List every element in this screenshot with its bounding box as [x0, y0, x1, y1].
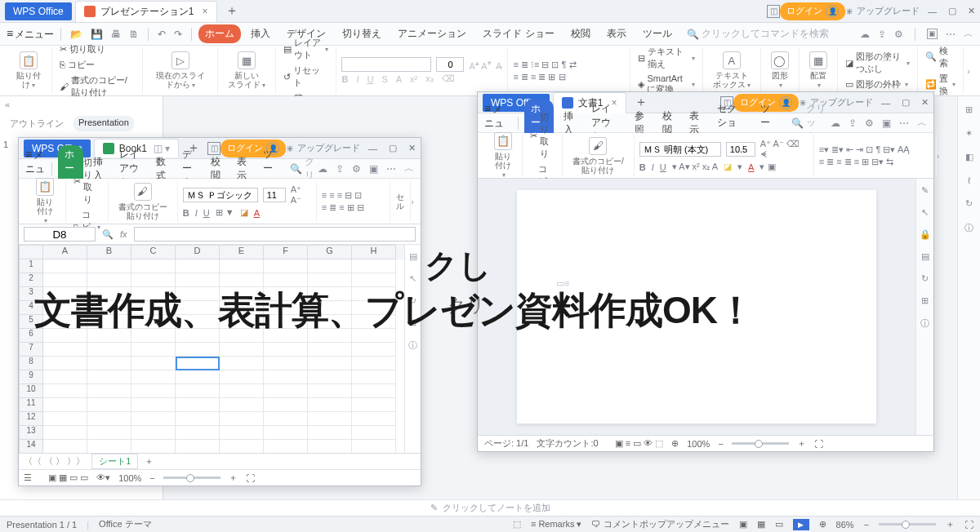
info-icon[interactable]: ⓘ — [964, 222, 973, 234]
cut-button[interactable]: ✂ 切り取り — [57, 42, 137, 56]
w-font[interactable] — [639, 142, 721, 157]
tab-insert[interactable]: 挿入 — [244, 24, 277, 43]
w-history-icon[interactable]: ↻ — [921, 273, 929, 284]
textbox-button[interactable]: Aテキスト ボックス — [708, 51, 755, 90]
objects-icon[interactable]: ◧ — [965, 152, 973, 162]
view-sorter-icon[interactable]: ▦ — [757, 519, 765, 530]
w-font-size[interactable] — [726, 142, 755, 157]
layout-button[interactable]: ▤ レイアウト — [281, 36, 331, 62]
open-icon[interactable]: 📂 — [68, 29, 85, 40]
properties-icon[interactable]: ⊞ — [965, 104, 973, 115]
zoom-out[interactable]: − — [864, 520, 869, 530]
redo-icon[interactable]: ↷ — [172, 29, 185, 40]
new-tab-button[interactable]: ＋ — [225, 2, 238, 20]
document-page[interactable]: ▭≡ — [517, 190, 876, 423]
sheet-tab[interactable]: シート1 — [91, 454, 138, 469]
save-icon[interactable]: 💾 — [88, 29, 105, 40]
name-box[interactable] — [24, 227, 96, 242]
upgrade-button[interactable]: ⛯ アップグレード — [845, 5, 920, 17]
w-select-icon[interactable]: ↖ — [921, 207, 929, 218]
w-nav-icon[interactable]: ▤ — [921, 251, 929, 262]
w-paste[interactable]: 📋貼り付け — [489, 132, 517, 180]
view-reading-icon[interactable]: ▭ — [775, 519, 783, 530]
font-family-input[interactable] — [341, 57, 431, 72]
ss-font[interactable] — [183, 188, 258, 202]
ss-format-painter[interactable]: 🖌書式のコピー 貼り付け — [114, 183, 172, 220]
tab-close-icon[interactable]: × — [202, 6, 207, 17]
more-icon[interactable]: ⋯ — [946, 29, 956, 40]
zoom-in[interactable]: ＋ — [946, 518, 955, 530]
shape-outline-button[interactable]: ▭ 図形の外枠 — [843, 78, 912, 91]
text-align-button[interactable]: ⊟ テキスト揃え — [635, 45, 697, 71]
settings-icon[interactable]: ⚙ — [894, 29, 903, 40]
command-search[interactable]: 🔍 クリックしてコマンドを検索 — [687, 27, 829, 41]
w-pen-icon[interactable]: ✎ — [921, 185, 929, 196]
menu-button[interactable]: メニュー — [7, 27, 54, 42]
shape-fill-button[interactable]: ◪ 図形の塗りつぶし — [843, 50, 912, 76]
maximize-button[interactable]: ▢ — [948, 6, 956, 16]
ss-font-size[interactable] — [263, 188, 286, 202]
format-painter-button[interactable]: 🖌 書式のコピー/貼り付け — [57, 73, 137, 100]
print-icon[interactable]: 🖶 — [109, 29, 123, 40]
arrange-button[interactable]: ▦配置 — [804, 51, 832, 90]
share-icon[interactable]: ⇪ — [878, 29, 886, 40]
selection-icon[interactable]: ⬚ — [513, 519, 521, 530]
slide-thumb-number: 1 — [3, 140, 8, 149]
copy-button[interactable]: ⎘ コピー — [57, 58, 137, 72]
screen-icon[interactable]: ◫ — [767, 5, 780, 18]
paste-button[interactable]: 📋貼り付け — [11, 51, 47, 90]
fx-icon[interactable]: fx — [120, 229, 127, 239]
ss-close[interactable]: ✕ — [408, 143, 416, 153]
tab-slideshow[interactable]: スライド ショー — [476, 24, 560, 43]
remarks-toggle[interactable]: ≡ Remarks ▾ — [531, 519, 582, 530]
history-icon[interactable]: ↻ — [965, 198, 973, 209]
tab-home[interactable]: ホーム — [198, 24, 241, 43]
tab-transition[interactable]: 切り替え — [336, 24, 388, 43]
login-button[interactable]: ログイン👤 — [780, 2, 845, 20]
status-theme: Office テーマ — [99, 518, 152, 530]
reset-button[interactable]: ↺ リセット — [281, 64, 331, 90]
status-bar: Presentation 1 / 1 | Office テーマ ⬚ ≡ Rema… — [0, 516, 980, 532]
notes-bar[interactable]: ✎ クリックしてノートを追加 — [0, 499, 980, 516]
presentation-icon — [84, 6, 96, 17]
w-format-painter[interactable]: 🖌書式のコピー/ 貼り付け — [568, 137, 629, 175]
panel-collapse-arrows: « — [0, 96, 163, 113]
fullscreen-icon[interactable]: ⛶ — [964, 520, 973, 530]
close-button[interactable]: ✕ — [968, 6, 975, 16]
style-icon[interactable]: ℓ — [968, 175, 971, 185]
ss-upgrade[interactable]: ⛯ アップグレード — [286, 142, 360, 154]
ss-cut[interactable]: ✂ 切り取り — [71, 156, 103, 206]
w-close[interactable]: ✕ — [921, 97, 929, 108]
fit-icon[interactable]: ⊕ — [819, 519, 826, 530]
brand-badge: WPS Office — [5, 2, 72, 20]
ss-paste[interactable]: 📋貼り付け — [30, 178, 60, 225]
preview-icon[interactable]: 🗎 — [127, 29, 141, 40]
animations-icon[interactable]: ✶ — [965, 128, 973, 139]
doc-tab[interactable]: プレゼンテーション1 × — [75, 1, 217, 22]
tab-animation[interactable]: アニメーション — [391, 24, 473, 43]
shapes-button[interactable]: ◯図形 — [766, 51, 794, 90]
play-from-current-button[interactable]: ▷現在のスライドから — [148, 51, 213, 90]
new-slide-button[interactable]: ▦新しい スライド — [223, 51, 270, 90]
chevron-up-icon[interactable]: ︿ — [964, 27, 973, 41]
zoom-slider[interactable] — [879, 523, 936, 525]
formula-input[interactable] — [134, 227, 416, 242]
writer-page-area[interactable]: ▭≡ — [478, 179, 915, 435]
undo-icon[interactable]: ↶ — [155, 29, 168, 40]
comment-popup-toggle[interactable]: 🗨 コメントポップアップメニュー — [591, 518, 728, 530]
tab-review[interactable]: 校閲 — [564, 24, 597, 43]
w-lock-icon[interactable]: 🔒 — [920, 229, 931, 240]
minimize-button[interactable]: — — [928, 7, 937, 16]
presentation-tab[interactable]: Presentation — [74, 116, 134, 131]
font-size-input[interactable] — [436, 57, 464, 72]
view-normal-icon[interactable]: ▣ — [739, 519, 747, 530]
add-sheet[interactable]: ＋ — [145, 455, 154, 468]
tab-tools[interactable]: ツール — [636, 24, 679, 43]
tab-view[interactable]: 表示 — [600, 24, 633, 43]
ribbon-overflow-icon[interactable]: › — [964, 47, 973, 94]
outline-tab[interactable]: アウトライン — [5, 116, 69, 131]
play-button[interactable]: ▶ — [793, 519, 809, 530]
cloud-icon[interactable]: ☁ — [860, 29, 870, 40]
find-button[interactable]: 🔍 検索 — [923, 44, 958, 70]
collapse-ribbon-icon[interactable]: ▣ — [927, 29, 938, 39]
